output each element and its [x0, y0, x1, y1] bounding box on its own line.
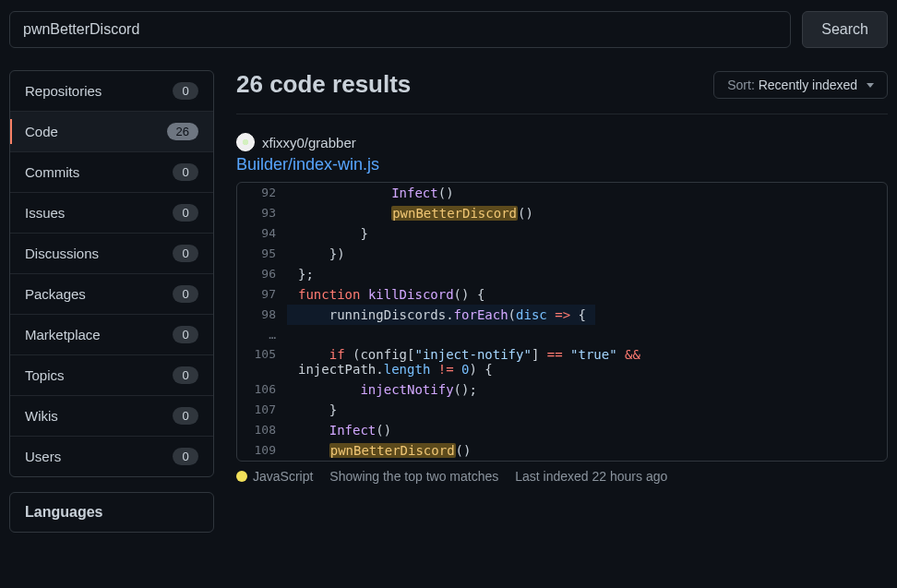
search-button[interactable]: Search: [802, 11, 888, 48]
results-title: 26 code results: [236, 70, 411, 99]
indexed-text: Last indexed 22 hours ago: [515, 469, 667, 484]
code-content: pwnBetterDiscord(): [287, 440, 480, 461]
sidebar-item-code[interactable]: Code 26: [10, 112, 213, 152]
sort-label: Sort:: [727, 78, 755, 92]
line-number: 93: [237, 203, 287, 223]
search-input[interactable]: [9, 11, 791, 48]
caret-down-icon: [867, 83, 874, 88]
code-result: xfixxy0/grabber Builder/index-win.js 92 …: [236, 133, 888, 491]
sidebar-item-label: Wikis: [25, 408, 58, 424]
sidebar-item-discussions[interactable]: Discussions 0: [10, 234, 213, 274]
code-content: Infect(): [287, 420, 401, 440]
line-number: 95: [237, 244, 287, 264]
line-number: 108: [237, 420, 287, 440]
line-number: 96: [237, 264, 287, 284]
line-number: 109: [237, 440, 287, 461]
code-content: }): [287, 244, 354, 264]
repo-path[interactable]: xfixxy0/grabber: [262, 135, 356, 150]
count-badge: 0: [173, 366, 198, 384]
line-number: 107: [237, 400, 287, 420]
repo-name: grabber: [308, 135, 356, 150]
count-badge: 26: [167, 123, 198, 140]
sidebar-item-repositories[interactable]: Repositories 0: [10, 71, 213, 112]
sidebar-item-label: Issues: [25, 205, 65, 221]
language-dot-icon: [236, 471, 247, 482]
languages-heading: Languages: [10, 493, 213, 532]
sort-value: Recently indexed: [759, 78, 857, 92]
count-badge: 0: [173, 245, 198, 262]
line-number: 97: [237, 284, 287, 305]
count-badge: 0: [173, 326, 198, 343]
code-content: function killDiscord() {: [287, 284, 494, 305]
sidebar-item-label: Topics: [25, 367, 65, 383]
count-badge: 0: [173, 163, 198, 181]
sidebar-item-label: Code: [25, 124, 58, 139]
line-number: 98: [237, 305, 287, 325]
code-content: }: [287, 400, 346, 420]
count-badge: 0: [173, 285, 198, 303]
sidebar-item-marketplace[interactable]: Marketplace 0: [10, 315, 213, 355]
code-snippet[interactable]: 92 Infect() 93 pwnBetterDiscord() 94 } 9…: [236, 182, 888, 462]
results-panel: 26 code results Sort: Recently indexed x…: [236, 70, 888, 547]
code-content: Infect(): [287, 183, 463, 203]
sidebar-item-label: Repositories: [25, 83, 102, 99]
sidebar-item-label: Commits: [25, 164, 79, 180]
count-badge: 0: [173, 448, 198, 465]
sidebar-item-packages[interactable]: Packages 0: [10, 274, 213, 315]
repo-owner: xfixxy0: [262, 135, 305, 150]
sidebar-item-label: Packages: [25, 286, 86, 302]
code-content: };: [287, 264, 323, 284]
sort-button[interactable]: Sort: Recently indexed: [713, 71, 888, 99]
line-number: 105: [237, 344, 287, 379]
sidebar: Repositories 0 Code 26 Commits 0 Issues …: [9, 70, 214, 547]
code-content: if (config["inject-notify"] == "true" &&…: [287, 344, 650, 379]
count-badge: 0: [173, 204, 198, 222]
sidebar-item-commits[interactable]: Commits 0: [10, 152, 213, 193]
search-highlight: pwnBetterDiscord: [391, 206, 518, 221]
code-content: runningDiscords.forEach(disc => {: [287, 305, 595, 325]
count-badge: 0: [173, 82, 198, 100]
sidebar-item-label: Users: [25, 449, 61, 464]
file-link[interactable]: Builder/index-win.js: [236, 155, 888, 174]
search-highlight: pwnBetterDiscord: [329, 443, 456, 458]
count-badge: 0: [173, 407, 198, 425]
line-number: 92: [237, 183, 287, 203]
sidebar-item-users[interactable]: Users 0: [10, 437, 213, 476]
line-number: …: [237, 325, 287, 344]
sidebar-item-wikis[interactable]: Wikis 0: [10, 396, 213, 437]
matches-text: Showing the top two matches: [329, 469, 498, 484]
collapsed-indicator: [287, 325, 307, 344]
line-number: 94: [237, 223, 287, 244]
sidebar-item-label: Discussions: [25, 246, 99, 261]
language-name: JavaScript: [253, 469, 313, 484]
sidebar-item-issues[interactable]: Issues 0: [10, 193, 213, 234]
sidebar-item-topics[interactable]: Topics 0: [10, 355, 213, 396]
code-content: injectNotify();: [287, 379, 486, 400]
code-content: pwnBetterDiscord(): [287, 203, 543, 223]
code-content: }: [287, 223, 377, 244]
sidebar-item-label: Marketplace: [25, 327, 101, 342]
language-indicator: JavaScript: [236, 469, 313, 484]
avatar: [236, 133, 255, 151]
line-number: 106: [237, 379, 287, 400]
